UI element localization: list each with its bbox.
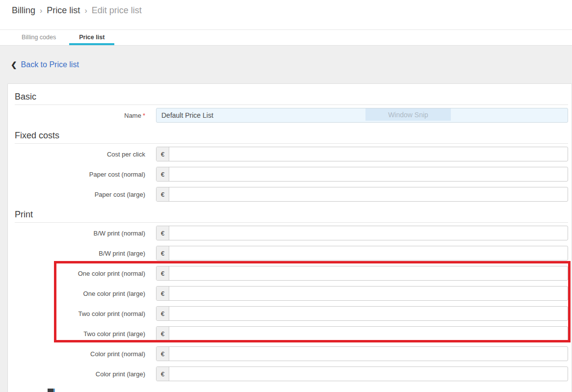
form-row: Paper cost (normal)€ [15,167,568,182]
field-label: Two color print (normal) [15,310,145,317]
currency-prefix: € [156,287,169,300]
back-to-price-list-link[interactable]: ❮ Back to Price list [11,60,79,69]
form-sections: BasicName*Fixed costsCost per click€Pape… [15,92,568,381]
currency-prefix: € [156,226,169,240]
field-label: One color print (normal) [15,270,145,277]
currency-prefix: € [156,187,169,201]
breadcrumb-separator-icon: › [40,6,42,15]
currency-prefix: € [156,307,169,320]
field-control: € [156,326,568,341]
paper-cost-normal-input[interactable] [169,167,568,181]
form-row: B/W print (normal)€ [15,226,568,240]
field-control: € [156,266,568,281]
form-row: Color print (normal)€ [15,346,568,361]
form-row: Name* [15,108,568,123]
paper-cost-large-input[interactable] [169,187,568,201]
field-label: B/W print (large) [15,250,145,257]
form-row: Paper cost (large)€ [15,187,568,202]
page-header: Billing › Price list › Edit price list [0,0,572,30]
field-label: Color print (normal) [15,350,145,358]
currency-prefix: € [156,266,169,280]
section-rows: B/W print (normal)€B/W print (large)€One… [15,223,568,381]
form-row: Two color print (large)€ [15,326,568,341]
form-row: One color print (large)€ [15,286,568,301]
form-row: Cost per click€ [15,147,568,161]
tab-bar: Billing codes Price list [0,30,572,46]
breadcrumb: Billing › Price list › Edit price list [12,5,142,16]
breadcrumb-separator-icon: › [84,6,87,15]
price-list-form-card: BasicName*Fixed costsCost per click€Pape… [7,83,572,392]
field-control: € [156,187,568,202]
one-color-print-normal-input[interactable] [169,266,568,280]
section-rows: Cost per click€Paper cost (normal)€Paper… [15,144,568,202]
cost-per-click-input[interactable] [169,147,568,161]
two-color-print-large-input[interactable] [169,327,568,340]
field-control: € [156,366,568,381]
field-label: Paper cost (normal) [15,171,145,178]
field-label: Name* [15,112,145,119]
field-label: Cost per click [15,151,145,158]
name-input[interactable] [156,108,568,122]
two-color-print-normal-input[interactable] [169,307,568,320]
currency-prefix: € [156,246,169,260]
form-section-print: PrintB/W print (normal)€B/W print (large… [15,207,568,381]
tab-billing-codes[interactable]: Billing codes [12,30,66,45]
section-title: Print [15,207,568,223]
tab-price-list[interactable]: Price list [69,30,114,45]
field-label: Two color print (large) [15,330,145,338]
one-color-print-large-input[interactable] [169,287,568,300]
breadcrumb-item-edit-price-list: Edit price list [92,5,142,16]
field-control: € [156,286,568,301]
color-print-normal-input[interactable] [169,347,568,361]
b-w-print-normal-input[interactable] [169,226,568,240]
section-title: Basic [15,92,568,105]
field-control [156,108,568,123]
form-row: Color print (large)€ [15,366,568,381]
form-section-basic: BasicName* [15,92,568,123]
field-control: € [156,147,568,161]
back-link-label: Back to Price list [21,60,79,69]
field-label: Color print (large) [15,370,145,378]
field-control: € [156,246,568,261]
field-control: € [156,167,568,182]
section-title: Fixed costs [15,128,568,144]
form-row: Two color print (normal)€ [15,306,568,321]
currency-prefix: € [156,147,169,161]
form-row: B/W print (large)€ [15,246,568,261]
currency-prefix: € [156,367,169,381]
billing-price-list-page: { "breadcrumb": { "separator": "›", "ite… [0,0,572,392]
form-row: One color print (normal)€ [15,266,568,281]
chevron-left-icon: ❮ [11,60,17,69]
partial-next-section-text [48,389,55,392]
currency-prefix: € [156,167,169,181]
field-label: One color print (large) [15,290,145,297]
required-asterisk: * [143,112,145,119]
field-label: B/W print (normal) [15,230,145,237]
field-label: Paper cost (large) [15,191,145,198]
breadcrumb-item-billing[interactable]: Billing [12,5,35,16]
b-w-print-large-input[interactable] [169,246,568,260]
color-print-large-input[interactable] [169,367,568,381]
field-control: € [156,226,568,240]
section-rows: Name* [15,105,568,123]
form-section-fixed-costs: Fixed costsCost per click€Paper cost (no… [15,128,568,202]
currency-prefix: € [156,347,169,361]
field-control: € [156,306,568,321]
field-control: € [156,346,568,361]
breadcrumb-item-price-list[interactable]: Price list [47,5,80,16]
currency-prefix: € [156,327,169,340]
